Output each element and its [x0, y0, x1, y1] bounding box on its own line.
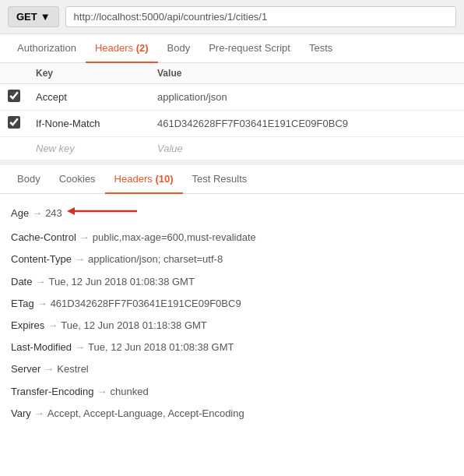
request-headers-table: Key Value Accept application/json If-Non…: [0, 63, 464, 160]
red-arrow-annotation: [67, 203, 153, 223]
age-value: 243: [45, 206, 62, 220]
table-row: If-None-Match 461D342628FF7F03641E191CE0…: [0, 111, 464, 137]
age-key: Age: [11, 206, 29, 220]
tab-pre-request-label: Pre-request Script: [209, 42, 290, 54]
expires-key: Expires: [11, 319, 44, 333]
cache-control-key: Cache-Control: [11, 231, 76, 245]
date-value: Tue, 12 Jun 2018 01:08:38 GMT: [48, 275, 194, 289]
last-modified-arrow: →: [75, 340, 85, 354]
table-row: Accept application/json: [0, 84, 464, 111]
checkbox-cell[interactable]: [0, 111, 28, 137]
tab-headers-label: Headers: [95, 42, 133, 54]
cache-control-arrow: →: [79, 231, 90, 245]
tab-authorization[interactable]: Authorization: [8, 34, 86, 63]
header-entry-content-type: Content-Type → application/json; charset…: [11, 252, 453, 266]
tab-body[interactable]: Body: [158, 34, 200, 63]
method-arrow-icon: ▼: [40, 11, 51, 23]
expires-arrow: →: [47, 319, 58, 333]
response-tab-headers-badge: (10): [155, 173, 173, 185]
content-type-key: Content-Type: [11, 252, 72, 266]
tab-tests-label: Tests: [309, 42, 332, 54]
row2-value[interactable]: 461D342628FF7F03641E191CE09F0BC9: [149, 111, 464, 137]
new-checkbox-cell: [0, 137, 28, 160]
new-value-placeholder[interactable]: Value: [149, 137, 464, 160]
response-tabs: Body Cookies Headers (10) Test Results: [0, 165, 464, 194]
header-entry-transfer-encoding: Transfer-Encoding → chunked: [11, 385, 453, 399]
server-arrow: →: [44, 362, 54, 376]
content-type-value: application/json; charset=utf-8: [88, 252, 223, 266]
header-entry-expires: Expires → Tue, 12 Jun 2018 01:18:38 GMT: [11, 319, 453, 333]
vary-value: Accept, Accept-Language, Accept-Encoding: [47, 407, 244, 421]
method-button[interactable]: GET ▼: [8, 6, 59, 27]
transfer-encoding-arrow: →: [97, 385, 107, 399]
col-value-header: Value: [149, 63, 464, 84]
tab-tests[interactable]: Tests: [300, 34, 342, 63]
age-arrow: →: [32, 206, 42, 220]
tab-headers[interactable]: Headers (2): [86, 34, 158, 63]
header-entry-cache-control: Cache-Control → public,max-age=600,must-…: [11, 231, 453, 245]
tab-headers-badge: (2): [136, 42, 149, 54]
response-headers-content: Age → 243 Cache-Control → public,max-age…: [0, 194, 464, 438]
request-tabs: Authorization Headers (2) Body Pre-reque…: [0, 34, 464, 63]
etag-key: ETag: [11, 297, 34, 311]
content-type-arrow: →: [75, 252, 85, 266]
server-key: Server: [11, 362, 40, 376]
date-arrow: →: [35, 275, 45, 289]
server-value: Kestrel: [57, 362, 88, 376]
etag-arrow: →: [37, 297, 47, 311]
vary-key: Vary: [11, 407, 31, 421]
etag-value: 461D342628FF7F03641E191CE09F0BC9: [51, 297, 241, 311]
method-label: GET: [16, 11, 37, 23]
header-entry-etag: ETag → 461D342628FF7F03641E191CE09F0BC9: [11, 297, 453, 311]
cache-control-value: public,max-age=600,must-revalidate: [93, 231, 256, 245]
transfer-encoding-key: Transfer-Encoding: [11, 385, 93, 399]
row2-checkbox[interactable]: [8, 116, 20, 129]
response-tab-body[interactable]: Body: [8, 165, 50, 194]
row2-key[interactable]: If-None-Match: [28, 111, 149, 137]
response-tab-body-label: Body: [17, 173, 40, 185]
header-entry-vary: Vary → Accept, Accept-Language, Accept-E…: [11, 407, 453, 421]
row1-checkbox[interactable]: [8, 90, 20, 102]
header-entry-date: Date → Tue, 12 Jun 2018 01:08:38 GMT: [11, 275, 453, 289]
col-checkbox: [0, 63, 28, 84]
new-key-placeholder[interactable]: New key: [28, 137, 149, 160]
vary-arrow: →: [34, 407, 44, 421]
response-tab-cookies[interactable]: Cookies: [50, 165, 105, 194]
response-tab-cookies-label: Cookies: [59, 173, 96, 185]
col-key-header: Key: [28, 63, 149, 84]
response-tab-headers[interactable]: Headers (10): [105, 165, 183, 194]
row1-key[interactable]: Accept: [28, 84, 149, 111]
row1-value[interactable]: application/json: [149, 84, 464, 111]
header-entry-last-modified: Last-Modified → Tue, 12 Jun 2018 01:08:3…: [11, 340, 453, 354]
date-key: Date: [11, 275, 32, 289]
response-tab-test-results-label: Test Results: [192, 173, 248, 185]
top-bar: GET ▼ http://localhost:5000/api/countrie…: [0, 0, 464, 34]
svg-marker-1: [67, 207, 75, 215]
header-entry-server: Server → Kestrel: [11, 362, 453, 376]
tab-authorization-label: Authorization: [17, 42, 76, 54]
expires-value: Tue, 12 Jun 2018 01:18:38 GMT: [61, 319, 206, 333]
last-modified-key: Last-Modified: [11, 340, 72, 354]
transfer-encoding-value: chunked: [110, 385, 148, 399]
new-key-row: New key Value: [0, 137, 464, 160]
tab-body-label: Body: [167, 42, 191, 54]
response-tab-headers-label: Headers: [114, 173, 153, 185]
tab-pre-request-script[interactable]: Pre-request Script: [199, 34, 300, 63]
last-modified-value: Tue, 12 Jun 2018 01:08:38 GMT: [88, 340, 234, 354]
checkbox-cell[interactable]: [0, 84, 28, 111]
header-entry-age: Age → 243: [11, 203, 453, 223]
url-display[interactable]: http://localhost:5000/api/countries/1/ci…: [65, 6, 456, 27]
response-tab-test-results[interactable]: Test Results: [183, 165, 257, 194]
